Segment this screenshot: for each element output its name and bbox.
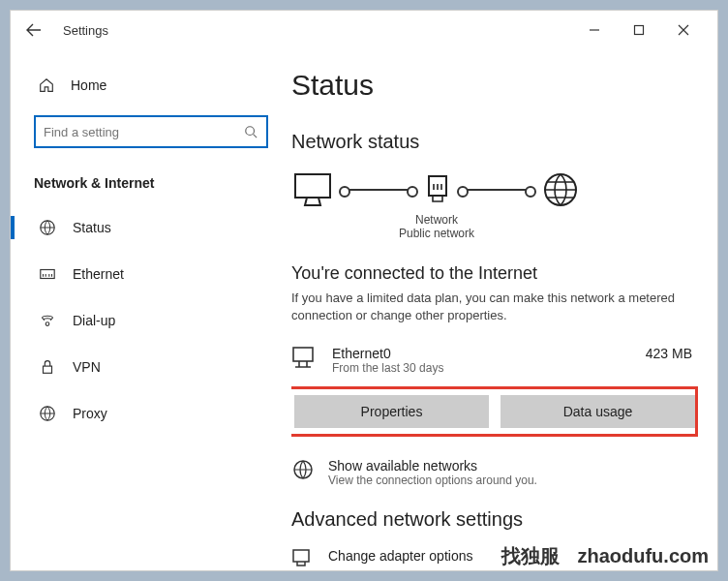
sidebar-item-vpn[interactable]: VPN [34, 346, 268, 388]
sidebar-item-label: Proxy [73, 406, 107, 421]
computer-icon [291, 170, 334, 209]
minimize-button[interactable] [572, 15, 617, 46]
svg-rect-12 [293, 550, 309, 562]
watermark: 找独服 zhaodufu.com [501, 543, 709, 569]
adapter-row: Ethernet0 From the last 30 days 423 MB [291, 346, 692, 375]
search-box[interactable] [34, 115, 268, 148]
globe-icon [291, 458, 315, 481]
advanced-heading: Advanced network settings [291, 508, 692, 531]
properties-highlight: Properties Data usage [291, 386, 698, 437]
sidebar-item-label: Status [73, 220, 111, 235]
sidebar-item-status[interactable]: Status [34, 206, 268, 249]
maximize-button[interactable] [617, 15, 661, 46]
svg-point-4 [46, 322, 49, 326]
close-icon [678, 24, 689, 36]
sidebar-item-ethernet[interactable]: Ethernet [34, 253, 268, 295]
settings-window: Settings Home [10, 10, 718, 571]
svg-rect-0 [635, 26, 644, 35]
show-networks-link[interactable]: Show available networks View the connect… [291, 458, 692, 487]
show-networks-sub: View the connection options around you. [328, 474, 537, 487]
show-networks-title: Show available networks [328, 458, 537, 474]
connected-desc: If you have a limited data plan, you can… [291, 290, 692, 324]
diagram-caption: Network Public network [398, 213, 475, 240]
sidebar-item-dialup[interactable]: Dial-up [34, 299, 268, 342]
status-icon [38, 218, 57, 237]
dialup-icon [38, 311, 57, 330]
ethernet-adapter-icon [291, 346, 318, 371]
sidebar-item-label: Dial-up [73, 313, 115, 328]
router-icon [423, 170, 452, 209]
search-icon [235, 125, 266, 138]
globe-icon [541, 170, 580, 209]
window-title: Settings [63, 23, 108, 38]
sidebar: Home Network & Internet Status Ether [11, 49, 291, 570]
home-label: Home [71, 77, 106, 93]
adapter-sub: From the last 30 days [332, 361, 632, 375]
home-link[interactable]: Home [34, 67, 268, 104]
adapter-options-icon [291, 548, 315, 569]
properties-button[interactable]: Properties [294, 395, 489, 428]
sidebar-item-label: VPN [73, 359, 101, 375]
page-title: Status [291, 69, 692, 102]
svg-rect-3 [41, 270, 54, 279]
main-content: Status Network status Network Public net… [291, 49, 717, 570]
connection-line [462, 189, 531, 191]
data-usage-button[interactable]: Data usage [500, 395, 695, 428]
svg-rect-7 [295, 174, 330, 198]
maximize-icon [633, 24, 645, 36]
minimize-icon [589, 24, 600, 36]
ethernet-icon [38, 264, 57, 284]
proxy-icon [38, 404, 57, 423]
search-input[interactable] [36, 125, 235, 139]
svg-rect-5 [44, 366, 52, 373]
sidebar-item-label: Ethernet [73, 266, 124, 282]
vpn-icon [38, 357, 57, 377]
network-diagram [291, 170, 692, 209]
adapter-name: Ethernet0 [332, 346, 632, 361]
arrow-left-icon [26, 22, 42, 38]
home-icon [38, 76, 55, 94]
adapter-usage: 423 MB [646, 346, 692, 361]
back-button[interactable] [22, 18, 46, 42]
sidebar-category-header: Network & Internet [34, 169, 268, 202]
connection-line [344, 189, 413, 191]
connected-heading: You're connected to the Internet [291, 263, 692, 284]
sidebar-item-proxy[interactable]: Proxy [34, 392, 268, 435]
svg-point-1 [246, 127, 255, 136]
close-button[interactable] [661, 15, 706, 46]
svg-rect-10 [293, 348, 313, 361]
network-status-heading: Network status [291, 131, 692, 153]
change-adapter-label: Change adapter options [328, 548, 472, 564]
titlebar: Settings [11, 11, 717, 49]
